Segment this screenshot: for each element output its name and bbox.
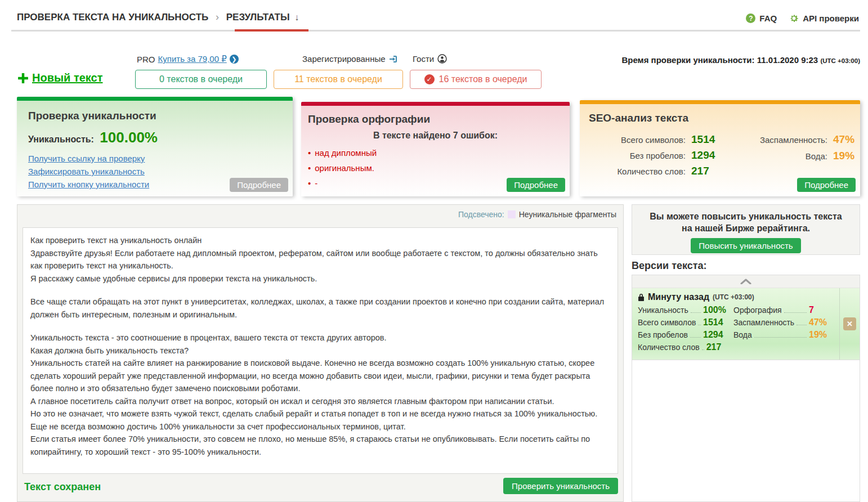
gear-icon	[789, 14, 799, 23]
version-stat-value: 19%	[809, 330, 834, 340]
spelling-subtitle: В тексте найдено 7 ошибок:	[301, 131, 570, 141]
dotted-leader	[784, 312, 807, 313]
version-stat-row: Без пробелов1294	[638, 330, 731, 342]
version-time: Минуту назад	[648, 292, 709, 302]
queue-registered[interactable]: 11 текстов в очереди	[274, 70, 403, 89]
registered-label: Зарегистрированные	[302, 54, 398, 64]
text-line: Какая должна быть уникальность текста?	[30, 344, 610, 357]
version-stat-label: Всего символов	[638, 318, 696, 327]
check-time-value: 11.01.2020 9:23	[757, 55, 818, 65]
uniqueness-metric-label: Уникальность:	[28, 135, 94, 144]
text-line: Я расскажу самые удобные сервисы для про…	[30, 272, 610, 285]
queue-registered-text: 11 текстов в очереди	[294, 74, 382, 84]
seo-card: SEO-анализ текста Всего символов: 1514 Б…	[580, 100, 860, 196]
uniqueness-card-title: Проверка уникальности	[28, 110, 293, 122]
seo-stat-value: 1514	[691, 133, 715, 146]
uniqueness-card: Проверка уникальности Уникальность: 100.…	[17, 97, 293, 196]
legend-label: Подсвечено:	[458, 210, 504, 219]
new-text-link[interactable]: Новый текст	[32, 71, 102, 84]
version-stat-label: Количество слов	[638, 343, 700, 352]
plus-icon	[17, 73, 29, 84]
check-time-label: Время проверки уникальности:	[621, 55, 754, 65]
text-line: Уникальность статей на сайте влияет на р…	[30, 357, 610, 395]
versions-title: Версии текста:	[632, 260, 707, 272]
spelling-error-text: оригинальным.	[315, 163, 374, 173]
uniqueness-metric: Уникальность: 100.00%	[28, 129, 293, 146]
uniqueness-metric-value: 100.00%	[96, 129, 158, 146]
uniqueness-more-button[interactable]: Подробнее	[230, 178, 288, 192]
versions-list: Минуту назад (UTC +03:00) Уникальность10…	[632, 275, 860, 502]
breadcrumb: ПРОВЕРКА ТЕКСТА НА УНИКАЛЬНОСТЬ › РЕЗУЛЬ…	[17, 11, 299, 23]
faq-label: FAQ	[759, 14, 777, 23]
version-stat-value: 1514	[703, 317, 731, 328]
check-uniqueness-button[interactable]: Проверить уникальность	[503, 478, 618, 494]
faq-link[interactable]: ? FAQ	[746, 14, 777, 23]
version-entry[interactable]: Минуту назад (UTC +03:00) Уникальность10…	[632, 288, 860, 360]
queue-guests[interactable]: ✓ 16 текстов в очереди	[410, 70, 542, 89]
seo-stat-label: Всего символов:	[589, 135, 686, 145]
registered-text: Зарегистрированные	[302, 54, 386, 64]
new-text-button[interactable]: Новый текст	[17, 71, 102, 84]
rewrite-promo-text: Вы можете повысить уникальность текста н…	[632, 205, 860, 234]
text-line: Уникальность текста - это соотношение в …	[30, 331, 610, 344]
person-icon	[437, 54, 447, 64]
queue-guests-text: 16 текстов в очереди	[439, 74, 527, 84]
seo-card-title: SEO-анализ текста	[589, 112, 860, 124]
text-line: Еще не всегда возможно достичь 100% уник…	[30, 420, 610, 433]
version-stat-row: Количество слов217	[638, 342, 731, 355]
api-link[interactable]: API проверки	[789, 14, 859, 23]
version-stat-label: Уникальность	[638, 306, 688, 315]
text-line: Здравствуйте друзья! Если работаете над …	[30, 247, 610, 272]
dotted-leader	[691, 312, 701, 313]
checked-text-area[interactable]: Как проверить текст на уникальность онла…	[23, 227, 618, 474]
spelling-error-text: над дипломный	[315, 148, 377, 158]
breadcrumb-main-link[interactable]: ПРОВЕРКА ТЕКСТА НА УНИКАЛЬНОСТЬ	[17, 12, 208, 23]
text-line: Все чаще стали обращать на этот пункт в …	[30, 295, 610, 321]
get-check-link[interactable]: Получить ссылку на проверку	[28, 152, 293, 165]
scroll-down-icon[interactable]: ↓	[294, 12, 299, 22]
version-stat-label: Вода	[733, 330, 752, 339]
lock-icon	[638, 293, 645, 301]
fix-uniqueness-link[interactable]: Зафиксировать уникальность	[28, 165, 293, 178]
queue-pro[interactable]: 0 текстов в очереди	[135, 70, 267, 89]
seo-stat-value: 19%	[833, 150, 854, 162]
api-label: API проверки	[803, 14, 859, 23]
pro-arrow-icon[interactable]: ❯	[230, 55, 239, 64]
spelling-error: •оригинальным.	[308, 163, 570, 173]
seo-stats-right: Заспамленность: 47% Вода: 19%	[739, 133, 854, 162]
text-line: Как проверить текст на уникальность онла…	[30, 234, 610, 247]
text-line: Но это не означает, что можете взять чуж…	[30, 407, 610, 420]
dotted-leader	[698, 325, 701, 325]
seo-stat-value: 47%	[833, 133, 854, 146]
raise-uniqueness-button[interactable]: Повысить уникальность	[691, 238, 800, 253]
dotted-leader	[690, 337, 701, 338]
seo-stat-value: 217	[691, 165, 715, 177]
highlight-legend: Подсвечено: Неуникальные фрагменты	[458, 210, 616, 219]
version-stats: Уникальность100% Всего символов1514 Без …	[638, 305, 834, 355]
seo-stats-left: Всего символов: 1514 Без пробелов: 1294 …	[589, 133, 715, 177]
text-line: А главное посетитель сайта получит ответ…	[30, 395, 610, 408]
version-stat-value: 100%	[703, 305, 731, 315]
version-stat-row: Уникальность100%	[638, 305, 731, 317]
buy-pro-link[interactable]: Купить за 79,00 ₽	[158, 54, 227, 64]
seo-more-button[interactable]: Подробнее	[797, 178, 856, 192]
queue-pro-text: 0 текстов в очереди	[159, 74, 243, 84]
close-version-icon[interactable]: ✕	[843, 317, 856, 330]
spelling-more-button[interactable]: Подробнее	[507, 178, 565, 192]
alert-check-icon: ✓	[424, 74, 435, 84]
seo-stat-label: Без пробелов:	[589, 151, 686, 160]
check-time: Время проверки уникальности: 11.01.2020 …	[621, 55, 860, 65]
text-saved-status: Текст сохранен	[24, 481, 101, 493]
chevron-right-icon: ›	[216, 11, 219, 23]
header-divider	[11, 30, 860, 32]
versions-collapse-bar[interactable]	[632, 275, 860, 288]
version-stat-label: Без пробелов	[638, 330, 688, 339]
version-stat-label: Заспамленность	[733, 318, 794, 327]
seo-stat-label: Количество слов:	[589, 167, 686, 176]
bullet-icon: •	[308, 163, 311, 173]
active-tab-underline	[235, 29, 308, 32]
version-stat-row: Вода19%	[733, 330, 834, 342]
login-icon	[389, 55, 398, 64]
version-stat-row: Всего символов1514	[638, 317, 731, 330]
guests-label: Гости	[413, 54, 447, 64]
